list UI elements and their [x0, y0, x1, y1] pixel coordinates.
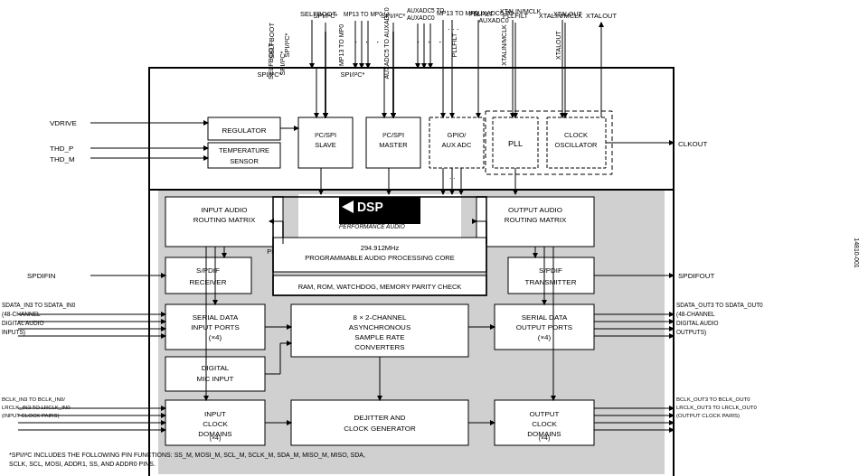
svg-text:XTALOUT: XTALOUT [586, 12, 617, 20]
svg-text:DIGITAL: DIGITAL [202, 364, 230, 372]
svg-rect-77 [291, 400, 468, 445]
svg-text:S/PDIF: S/PDIF [539, 266, 562, 275]
svg-text:LRCLK_OUT3 TO LRCLK_OUT0: LRCLK_OUT3 TO LRCLK_OUT0 [676, 405, 757, 410]
svg-text:SDATA_OUT3 TO SDATA_OUT0: SDATA_OUT3 TO SDATA_OUT0 [676, 302, 763, 309]
svg-text:PERFORMANCE AUDIO: PERFORMANCE AUDIO [339, 223, 405, 229]
svg-text:·  ·: · · [449, 174, 456, 182]
svg-text:ROUTING MATRIX: ROUTING MATRIX [193, 216, 256, 224]
svg-text:OUTPUT: OUTPUT [530, 410, 560, 418]
svg-text:SELFBOOT: SELFBOOT [300, 10, 336, 18]
svg-text:RAM, ROM, WATCHDOG, MEMORY PAR: RAM, ROM, WATCHDOG, MEMORY PARITY CHECK [298, 283, 462, 291]
svg-text:SPDIFOUT: SPDIFOUT [678, 272, 715, 280]
svg-text:PLLFILT: PLLFILT [469, 11, 494, 17]
svg-text:CLOCK: CLOCK [532, 420, 557, 428]
svg-text:INPUTS): INPUTS) [2, 329, 25, 336]
svg-text:XTALOUT: XTALOUT [555, 30, 561, 59]
svg-text:ROUTING MATRIX: ROUTING MATRIX [505, 216, 567, 224]
svg-text:DIGITAL AUDIO: DIGITAL AUDIO [2, 320, 44, 326]
svg-text:AUXADC0: AUXADC0 [407, 14, 435, 21]
diagram-container: ADAU1462/ ADAU1466 REGULATOR TEMPERATURE… [0, 0, 868, 476]
svg-text:XTALIN/MCLK: XTALIN/MCLK [501, 24, 507, 66]
footnote: *SPI/I²C INCLUDES THE FOLLOWING PIN FUNC… [9, 451, 365, 469]
svg-text:TRANSMITTER: TRANSMITTER [525, 278, 577, 286]
svg-text:·  ·  ·: · · · [448, 24, 459, 33]
svg-text:SPI/I²C*: SPI/I²C* [283, 33, 291, 57]
svg-text:(×4): (×4) [210, 434, 222, 442]
svg-rect-48 [508, 257, 594, 294]
svg-text:8 × 2-CHANNEL: 8 × 2-CHANNEL [354, 313, 407, 322]
svg-rect-45 [165, 257, 251, 294]
svg-text:(×4): (×4) [539, 434, 551, 442]
svg-text:(48-CHANNEL: (48-CHANNEL [2, 311, 41, 318]
svg-text:AUX ADC: AUX ADC [442, 141, 473, 149]
svg-text:AUXADC5 TO AUXADC0: AUXADC5 TO AUXADC0 [383, 7, 390, 79]
svg-text:I²C/SPI: I²C/SPI [382, 131, 404, 139]
svg-text:XTALIN/MCLK: XTALIN/MCLK [500, 8, 542, 14]
svg-text:(×4): (×4) [209, 333, 222, 341]
svg-text:SENSOR: SENSOR [230, 157, 259, 165]
svg-text:(×4): (×4) [538, 333, 552, 341]
svg-text:(48-CHANNEL: (48-CHANNEL [676, 311, 715, 318]
svg-text:PLLFILT: PLLFILT [451, 33, 458, 57]
svg-text:S/PDIF: S/PDIF [196, 266, 220, 275]
svg-text:14810-001: 14810-001 [854, 238, 860, 268]
svg-text:CONVERTERS: CONVERTERS [354, 343, 404, 351]
svg-text:INPUT PORTS: INPUT PORTS [191, 323, 240, 331]
svg-text:INPUT AUDIO: INPUT AUDIO [202, 206, 248, 214]
svg-text:294.912MHz: 294.912MHz [361, 244, 400, 252]
svg-text:I²C/SPI: I²C/SPI [315, 131, 336, 139]
svg-text:· · ·: · · · [354, 36, 382, 47]
svg-text:(OUTPUT CLOCK PAIRS): (OUTPUT CLOCK PAIRS) [676, 413, 740, 418]
svg-text:THD_P: THD_P [50, 145, 73, 153]
svg-text:SLAVE: SLAVE [315, 141, 336, 149]
svg-text:MP13 TO MP0: MP13 TO MP0 [338, 24, 344, 66]
svg-text:RECEIVER: RECEIVER [190, 278, 227, 286]
svg-text:PLL: PLL [508, 139, 523, 148]
footnote-line1: *SPI/I²C INCLUDES THE FOLLOWING PIN FUNC… [9, 452, 365, 458]
svg-text:GPIO/: GPIO/ [448, 131, 467, 139]
svg-text:CLOCK: CLOCK [203, 420, 228, 428]
svg-text:· · ·: · · · [417, 36, 444, 47]
svg-text:(INPUT CLOCK PAIRS): (INPUT CLOCK PAIRS) [2, 413, 59, 418]
svg-text:XTALOUT: XTALOUT [553, 11, 582, 17]
svg-text:THD_M: THD_M [50, 155, 75, 163]
footnote-line2: SCLK, SCL, MOSI, ADDR1, SS, AND ADDR0 PI… [9, 461, 156, 467]
svg-text:VDRIVE: VDRIVE [50, 119, 77, 127]
svg-text:SELFBOOT: SELFBOOT [267, 43, 275, 79]
svg-text:SPDIFIN: SPDIFIN [27, 272, 56, 280]
svg-text:CLKOUT: CLKOUT [678, 140, 708, 148]
svg-text:MIC INPUT: MIC INPUT [197, 375, 234, 383]
svg-text:SAMPLE RATE: SAMPLE RATE [354, 333, 404, 341]
svg-text:SERIAL DATA: SERIAL DATA [193, 313, 239, 322]
svg-text:MASTER: MASTER [379, 141, 408, 149]
svg-text:DEJITTER AND: DEJITTER AND [354, 414, 406, 422]
svg-text:BCLK_OUT3 TO BCLK_OUT0: BCLK_OUT3 TO BCLK_OUT0 [676, 397, 750, 402]
svg-text:SDATA_IN3 TO SDATA_IN0: SDATA_IN3 TO SDATA_IN0 [2, 302, 76, 309]
svg-text:LRCLK_IN3 TO LRCLK_IN0: LRCLK_IN3 TO LRCLK_IN0 [2, 405, 71, 410]
svg-text:OUTPUT AUDIO: OUTPUT AUDIO [508, 206, 562, 214]
svg-text:BCLK_IN3 TO BCLK_IN0/: BCLK_IN3 TO BCLK_IN0/ [2, 397, 65, 402]
svg-text:AUXADC5 TO: AUXADC5 TO [407, 7, 444, 14]
svg-text:INPUT: INPUT [204, 410, 226, 418]
svg-text:MP13 TO MP0: MP13 TO MP0 [344, 11, 382, 17]
svg-text:ASYNCHRONOUS: ASYNCHRONOUS [349, 323, 410, 331]
svg-text:TEMPERATURE: TEMPERATURE [219, 146, 269, 154]
svg-text:SERIAL DATA: SERIAL DATA [522, 313, 568, 322]
svg-text:SPI/I²C*: SPI/I²C* [340, 70, 364, 79]
svg-text:REGULATOR: REGULATOR [222, 126, 266, 135]
svg-text:OSCILLATOR: OSCILLATOR [555, 141, 598, 149]
svg-text:OUTPUTS): OUTPUTS) [676, 329, 706, 336]
svg-text:DSP: DSP [357, 200, 383, 214]
svg-text:CLOCK GENERATOR: CLOCK GENERATOR [344, 425, 416, 433]
svg-text:DIGITAL AUDIO: DIGITAL AUDIO [676, 320, 719, 326]
svg-text:OUTPUT PORTS: OUTPUT PORTS [516, 323, 572, 331]
svg-text:CLOCK: CLOCK [564, 131, 588, 139]
svg-rect-55 [165, 357, 265, 391]
svg-text:PROGRAMMABLE AUDIO PROCESSING : PROGRAMMABLE AUDIO PROCESSING CORE [305, 254, 454, 262]
